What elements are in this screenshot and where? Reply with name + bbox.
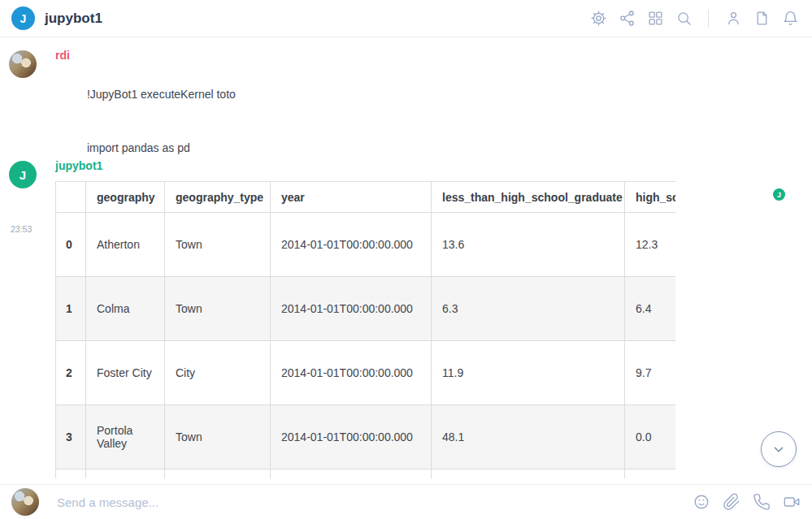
message-jupybot1: J 23:53 jupybot1 geography geography_typ <box>0 159 812 478</box>
scroll-to-bottom-button[interactable] <box>761 431 797 467</box>
user-avatar-rdi[interactable] <box>9 50 37 78</box>
dataframe-table-container[interactable]: geography geography_type year less_than_… <box>55 181 675 478</box>
bell-icon[interactable] <box>779 8 801 29</box>
document-icon[interactable] <box>751 8 772 29</box>
col-header-geography-type: geography_type <box>165 182 271 213</box>
call-icon[interactable] <box>751 491 772 513</box>
channel-title: jupybot1 <box>45 11 102 27</box>
col-header-year: year <box>271 182 432 213</box>
user-icon[interactable] <box>723 8 744 29</box>
toolbar-divider <box>708 10 709 28</box>
table-row-partial <box>56 469 676 479</box>
settings-icon[interactable] <box>588 8 609 29</box>
message-list[interactable]: rdi !JupyBot1 executeKernel toto import … <box>0 37 812 484</box>
message-timestamp: 23:53 <box>11 224 32 234</box>
table-row: 3 Portola Valley Town 2014-01-01T00:00:0… <box>56 405 676 469</box>
apps-grid-icon[interactable] <box>645 8 666 29</box>
channel-header: J jupybot1 <box>0 0 812 37</box>
attach-file-icon[interactable] <box>721 491 742 513</box>
table-row: 0 Atherton Town 2014-01-01T00:00:00.000 … <box>56 213 676 277</box>
col-header-index <box>56 182 86 213</box>
current-user-avatar[interactable] <box>11 488 39 516</box>
col-header-geography: geography <box>86 182 165 213</box>
composer-toolbar <box>691 491 802 513</box>
col-header-high-school: high_sc <box>625 182 676 213</box>
unread-avatar-badge[interactable]: J <box>773 188 785 201</box>
share-icon[interactable] <box>616 8 637 29</box>
table-row: 1 Colma Town 2014-01-01T00:00:00.000 6.3… <box>56 277 676 341</box>
col-header-less-than-hs: less_than_high_school_graduate <box>432 182 625 213</box>
video-call-icon[interactable] <box>781 491 802 513</box>
table-row: 2 Foster City City 2014-01-01T00:00:00.0… <box>56 341 676 405</box>
message-input[interactable] <box>57 495 691 509</box>
header-toolbar <box>588 8 801 29</box>
username-rdi[interactable]: rdi <box>55 49 812 62</box>
message-line: !JupyBot1 executeKernel toto <box>55 67 812 121</box>
username-jupybot1[interactable]: jupybot1 <box>55 159 812 172</box>
chevron-down-icon <box>770 440 788 458</box>
gear-icon <box>590 10 607 27</box>
channel-avatar[interactable]: J <box>11 6 35 30</box>
dataframe-table: geography geography_type year less_than_… <box>55 181 675 478</box>
bot-avatar[interactable]: J <box>9 161 37 188</box>
message-composer <box>0 484 812 519</box>
chat-window: J jupybot1 <box>0 0 812 519</box>
search-icon[interactable] <box>673 8 694 29</box>
table-header-row: geography geography_type year less_than_… <box>56 182 676 213</box>
emoji-icon[interactable] <box>691 491 712 513</box>
